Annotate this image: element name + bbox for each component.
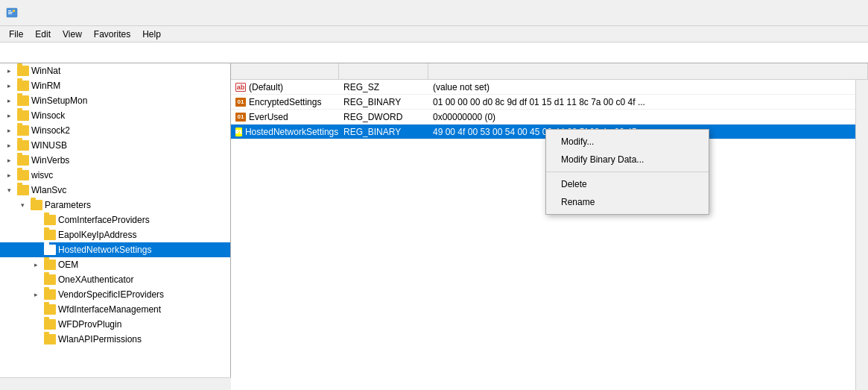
tree-item-hostednetworksettings[interactable]: HostedNetworkSettings xyxy=(0,242,230,257)
maximize-button[interactable] xyxy=(793,0,828,26)
folder-icon xyxy=(44,319,56,330)
expand-btn[interactable]: ▸ xyxy=(3,125,15,136)
detail-name-text: HostedNetworkSettings xyxy=(245,127,338,137)
detail-cell-data: (value not set) xyxy=(428,82,868,92)
folder-icon xyxy=(17,170,29,180)
title-bar-controls xyxy=(759,0,862,26)
col-header-type xyxy=(339,63,428,80)
expand-btn[interactable] xyxy=(30,318,42,330)
folder-icon xyxy=(44,230,56,240)
minimize-button[interactable] xyxy=(759,0,793,26)
tree-item-winusb[interactable]: ▸WINUSB xyxy=(0,138,230,153)
expand-btn[interactable] xyxy=(30,229,42,241)
tree-label: WinNat xyxy=(31,66,60,76)
folder-icon xyxy=(17,185,29,195)
tree-item-winsock[interactable]: ▸Winsock xyxy=(0,108,230,123)
expand-btn[interactable] xyxy=(30,244,42,256)
main-area: ▸WinNat▸WinRM▸WinSetupMon▸Winsock▸Winsoc… xyxy=(0,63,868,390)
tree-label: Winsock xyxy=(31,110,65,121)
expand-btn[interactable] xyxy=(30,333,42,345)
detail-cell-type: REG_SZ xyxy=(339,82,428,92)
tree-label: WinVerbs xyxy=(31,155,69,166)
tree-label: Winsock2 xyxy=(31,125,70,136)
expand-btn[interactable]: ▸ xyxy=(3,139,15,151)
details-scrollbar[interactable] xyxy=(855,80,868,390)
detail-cell-name: ab(Default) xyxy=(231,82,339,92)
detail-cell-data: 01 00 00 00 d0 8c 9d df 01 15 d1 11 8c 7… xyxy=(428,97,868,107)
app-icon xyxy=(6,7,18,19)
menu-item-file[interactable]: File xyxy=(3,28,29,41)
tree-label: OEM xyxy=(58,260,78,270)
tree-item-vendorspecificieproviders[interactable]: ▸VendorSpecificIEProviders xyxy=(0,287,230,302)
folder-icon xyxy=(17,95,29,106)
expand-btn[interactable] xyxy=(30,303,42,315)
detail-cell-name: 01HostedNetworkSettings xyxy=(231,127,339,137)
folder-icon xyxy=(17,125,29,136)
context-menu-item-rename[interactable]: Rename xyxy=(546,193,709,211)
tree-item-onexauthenticator[interactable]: OneXAuthenticator xyxy=(0,272,230,287)
tree-item-oem[interactable]: ▸OEM xyxy=(0,257,230,272)
tree-item-wfdinterfacemanagement[interactable]: WfdInterfaceManagement xyxy=(0,302,230,317)
tree-item-winnat[interactable]: ▸WinNat xyxy=(0,63,230,78)
menu-item-help[interactable]: Help xyxy=(136,28,167,41)
expand-btn[interactable]: ▸ xyxy=(3,80,15,92)
tree-scrollbar[interactable] xyxy=(0,377,231,390)
tree-label: VendorSpecificIEProviders xyxy=(58,289,164,300)
tree-item-winsock2[interactable]: ▸Winsock2 xyxy=(0,123,230,138)
detail-row[interactable]: ab(Default)REG_SZ(value not set) xyxy=(231,80,868,95)
title-bar-left xyxy=(6,7,24,19)
expand-btn[interactable]: ▸ xyxy=(3,169,15,181)
folder-icon xyxy=(44,215,56,225)
tree-label: WfdInterfaceManagement xyxy=(58,304,161,315)
expand-btn[interactable]: ▾ xyxy=(16,199,28,211)
expand-btn[interactable] xyxy=(30,214,42,226)
close-button[interactable] xyxy=(828,0,862,26)
folder-icon xyxy=(17,140,29,151)
detail-row[interactable]: 01EverUsedREG_DWORD0x00000000 (0) xyxy=(231,110,868,125)
menu-item-view[interactable]: View xyxy=(57,28,88,41)
tree-label: WlanSvc xyxy=(31,185,66,195)
tree-item-parameters[interactable]: ▾Parameters xyxy=(0,198,230,213)
tree-item-wfdprovplugin[interactable]: WFDProvPlugin xyxy=(0,317,230,332)
expand-btn[interactable] xyxy=(30,274,42,286)
folder-icon xyxy=(31,200,42,210)
expand-btn[interactable]: ▸ xyxy=(30,259,42,271)
folder-icon xyxy=(44,260,56,270)
expand-btn[interactable]: ▸ xyxy=(3,110,15,122)
tree-item-wlansvc[interactable]: ▾WlanSvc xyxy=(0,183,230,198)
menu-item-favorites[interactable]: Favorites xyxy=(88,28,136,41)
detail-name-text: (Default) xyxy=(249,82,283,92)
tree-label: EapolKeyIpAddress xyxy=(58,230,136,240)
tree-item-eapolkeyipaddress[interactable]: EapolKeyIpAddress xyxy=(0,227,230,242)
expand-btn[interactable]: ▾ xyxy=(3,184,15,196)
menu-item-edit[interactable]: Edit xyxy=(29,28,57,41)
tree-label: Parameters xyxy=(45,200,91,210)
expand-btn[interactable]: ▸ xyxy=(3,65,15,77)
menu-bar: FileEditViewFavoritesHelp xyxy=(0,26,868,43)
tree-label: WINUSB xyxy=(31,140,67,151)
detail-name-text: EncryptedSettings xyxy=(249,97,321,107)
tree-item-wisvc[interactable]: ▸wisvc xyxy=(0,168,230,183)
detail-row[interactable]: 01EncryptedSettingsREG_BINARY01 00 00 00… xyxy=(231,95,868,110)
tree-item-wlanapipermissions[interactable]: WlanAPIPermissions xyxy=(0,332,230,347)
tree-label: WinRM xyxy=(31,81,60,91)
col-header-name xyxy=(231,63,339,80)
details-panel: ab(Default)REG_SZ(value not set)01Encryp… xyxy=(231,63,868,390)
expand-btn[interactable]: ▸ xyxy=(3,95,15,107)
tree-item-cominterfaceproviders[interactable]: ComInterfaceProviders xyxy=(0,213,230,227)
expand-btn[interactable]: ▸ xyxy=(30,289,42,301)
folder-icon xyxy=(17,66,29,76)
svg-rect-2 xyxy=(8,12,13,13)
expand-btn[interactable]: ▸ xyxy=(3,154,15,166)
tree-item-winrm[interactable]: ▸WinRM xyxy=(0,78,230,93)
context-menu-item-modify---[interactable]: Modify... xyxy=(546,133,709,151)
folder-icon xyxy=(44,334,56,345)
tree-item-winverbs[interactable]: ▸WinVerbs xyxy=(0,153,230,168)
context-menu-item-delete[interactable]: Delete xyxy=(546,175,709,193)
detail-cell-type: REG_BINARY xyxy=(339,127,428,137)
svg-rect-3 xyxy=(8,13,12,14)
tree-label: OneXAuthenticator xyxy=(58,274,133,285)
folder-icon xyxy=(44,289,56,300)
tree-item-winsetupmon[interactable]: ▸WinSetupMon xyxy=(0,93,230,108)
context-menu-item-modify-binary-data---[interactable]: Modify Binary Data... xyxy=(546,151,709,169)
